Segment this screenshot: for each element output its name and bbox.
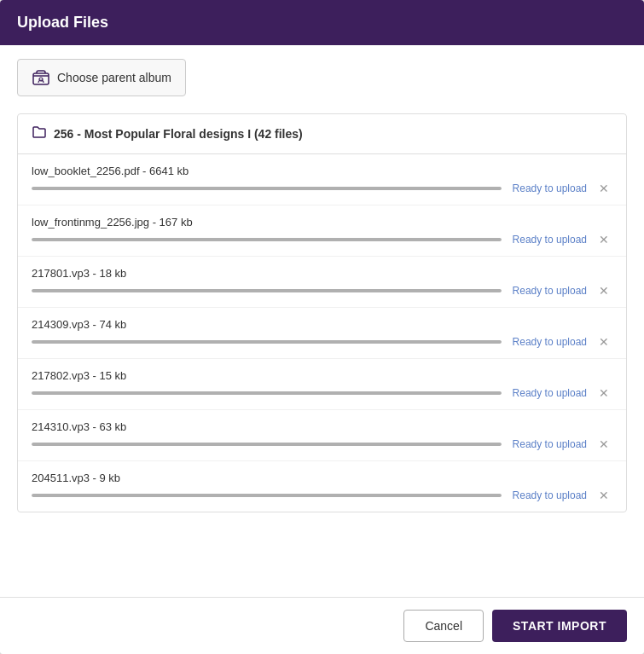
file-item: 204511.vp3 - 9 kb Ready to upload ✕: [18, 461, 626, 512]
file-progress-row: Ready to upload ✕: [32, 336, 612, 348]
file-name: 214309.vp3 - 74 kb: [32, 318, 612, 331]
file-name: 217801.vp3 - 18 kb: [32, 267, 612, 280]
file-group: 256 - Most Popular Floral designs I (42 …: [17, 113, 627, 512]
album-icon: [32, 68, 50, 87]
file-progress-row: Ready to upload ✕: [32, 387, 612, 399]
file-name: 217802.vp3 - 15 kb: [32, 369, 612, 382]
modal-title: Upload Files: [17, 14, 627, 32]
progress-bar: [32, 391, 502, 395]
progress-bar: [32, 443, 502, 446]
file-progress-row: Ready to upload ✕: [32, 489, 612, 501]
cancel-button[interactable]: Cancel: [403, 610, 484, 642]
choose-album-label: Choose parent album: [57, 71, 171, 84]
file-item: 214310.vp3 - 63 kb Ready to upload ✕: [18, 410, 626, 461]
file-list: low_booklet_2256.pdf - 6641 kb Ready to …: [18, 154, 626, 512]
modal-footer: Cancel START IMPORT: [0, 597, 644, 654]
modal-header: Upload Files: [0, 0, 644, 45]
file-progress-row: Ready to upload ✕: [32, 234, 612, 246]
file-name: low_frontinmg_2256.jpg - 167 kb: [32, 216, 612, 229]
status-badge: Ready to upload: [510, 387, 587, 399]
remove-file-button[interactable]: ✕: [595, 285, 612, 297]
file-name: low_booklet_2256.pdf - 6641 kb: [32, 165, 612, 177]
progress-bar: [32, 494, 502, 497]
remove-file-button[interactable]: ✕: [595, 182, 612, 194]
status-badge: Ready to upload: [510, 489, 587, 501]
upload-files-modal: Upload Files Choose parent album: [0, 0, 644, 654]
status-badge: Ready to upload: [510, 285, 587, 297]
file-item: 217802.vp3 - 15 kb Ready to upload ✕: [18, 359, 626, 410]
progress-bar: [32, 238, 502, 241]
remove-file-button[interactable]: ✕: [595, 387, 612, 399]
file-item: low_frontinmg_2256.jpg - 167 kb Ready to…: [18, 205, 626, 257]
progress-fill: [32, 443, 502, 446]
remove-file-button[interactable]: ✕: [595, 438, 612, 450]
remove-file-button[interactable]: ✕: [595, 234, 612, 246]
progress-bar: [32, 289, 502, 292]
status-badge: Ready to upload: [510, 438, 587, 450]
progress-bar: [32, 340, 502, 344]
file-name: 214310.vp3 - 63 kb: [32, 420, 612, 433]
file-item: 214309.vp3 - 74 kb Ready to upload ✕: [18, 308, 626, 359]
progress-fill: [32, 391, 502, 395]
folder-icon: [32, 124, 47, 143]
file-progress-row: Ready to upload ✕: [32, 182, 612, 194]
progress-fill: [32, 289, 502, 292]
remove-file-button[interactable]: ✕: [595, 336, 612, 348]
file-progress-row: Ready to upload ✕: [32, 438, 612, 450]
svg-rect-0: [33, 73, 49, 84]
file-item: 217801.vp3 - 18 kb Ready to upload ✕: [18, 257, 626, 308]
file-group-name: 256 - Most Popular Floral designs I (42 …: [54, 127, 303, 141]
file-name: 204511.vp3 - 9 kb: [32, 472, 612, 484]
file-group-header: 256 - Most Popular Floral designs I (42 …: [18, 114, 626, 154]
progress-fill: [32, 238, 502, 241]
status-badge: Ready to upload: [510, 182, 587, 194]
status-badge: Ready to upload: [510, 234, 587, 246]
progress-bar: [32, 187, 502, 190]
progress-fill: [32, 494, 502, 497]
progress-fill: [32, 187, 502, 190]
remove-file-button[interactable]: ✕: [595, 489, 612, 501]
file-progress-row: Ready to upload ✕: [32, 285, 612, 297]
choose-album-button[interactable]: Choose parent album: [17, 59, 186, 96]
modal-body: Choose parent album 256 - Most Popular F…: [0, 45, 644, 597]
status-badge: Ready to upload: [510, 336, 587, 348]
file-item: low_booklet_2256.pdf - 6641 kb Ready to …: [18, 154, 626, 205]
progress-fill: [32, 340, 502, 344]
start-import-button[interactable]: START IMPORT: [492, 610, 627, 642]
